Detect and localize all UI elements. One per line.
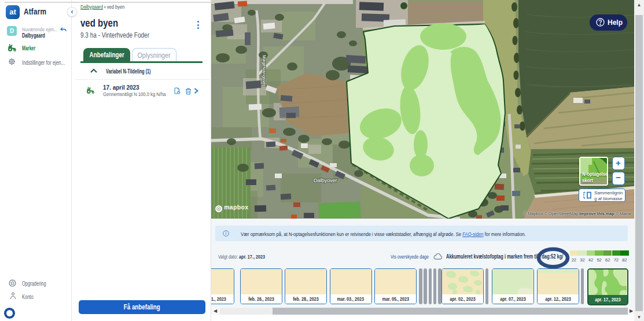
svg-text:Dalbyover: Dalbyover (314, 178, 337, 183)
svg-text:Møgelvangsvej: Møgelvangsvej (262, 55, 267, 86)
